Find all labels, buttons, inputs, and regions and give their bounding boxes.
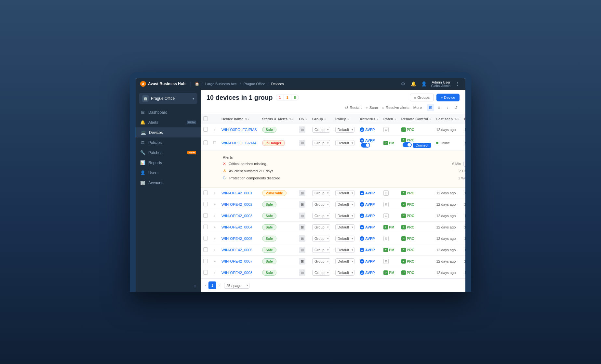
group-select[interactable]: Group [312,213,330,219]
breadcrumb-item-1[interactable]: 🏠 [195,82,199,86]
policy-header[interactable]: Policy ▾ [333,114,357,124]
expand-cell[interactable]: + [210,188,219,199]
policy-select[interactable]: Default [335,270,354,276]
row-checkbox[interactable] [203,236,208,240]
sidebar-item-label: Devices [149,130,196,135]
download-icon[interactable]: ↓ [444,104,451,111]
next-page-button[interactable]: › [218,283,220,288]
device-name-link[interactable]: WIN-O3POLFGIZMA [221,141,257,145]
policy-select[interactable]: Default [335,140,354,146]
sidebar-item-account[interactable]: 🏢 Account [136,178,201,188]
row-checkbox[interactable] [203,140,208,145]
settings-icon[interactable]: ⚙ [400,81,407,87]
expand-cell[interactable]: + [210,199,219,210]
sidebar-collapse-button[interactable]: « [136,280,201,292]
groups-button[interactable]: ≡ Groups [410,94,434,101]
page-number-1[interactable]: 1 [208,281,216,289]
expand-cell[interactable]: ☐ [210,136,219,150]
select-all-checkbox[interactable] [203,116,208,121]
scan-action[interactable]: + Scan [366,105,378,110]
group-select[interactable]: Group [312,190,330,196]
expand-cell[interactable]: + [210,210,219,222]
menu-icon[interactable]: ⋮ [454,81,461,87]
group-select[interactable]: Group [312,258,330,264]
device-name-link[interactable]: WIN-OPE42_0003 [221,214,252,218]
remote-control-header[interactable]: Remote Control ▾ [399,114,434,124]
last-seen-cell: 12 days ago [434,244,461,256]
expand-cell[interactable]: + [210,222,219,233]
device-name-link[interactable]: WIN-OPE42_0006 [221,248,252,252]
device-name-link[interactable]: WIN-OPE42_0005 [221,237,252,240]
alert-action-button[interactable]: View patches ▾ [463,161,465,167]
more-action[interactable]: More [413,106,422,110]
list-view-icon[interactable]: ≡ [435,104,443,111]
device-name-link[interactable]: WIN-OPE42_0004 [221,225,252,229]
expand-cell[interactable]: + [210,124,219,136]
expand-cell[interactable]: + [210,267,219,279]
sidebar-item-alerts[interactable]: 🔔 Alerts BETA [136,117,201,127]
last-seen-header[interactable]: Last seen ⇅▾ [434,114,461,124]
antivirus-header[interactable]: Antivirus ▾ [357,114,381,124]
group-header[interactable]: Group ▾ [310,114,333,124]
device-name-link[interactable]: WIN-OPE42_0008 [221,271,252,275]
device-name-cell: WIN-OPE42_0003 [219,210,260,222]
device-name-link[interactable]: WIN-OPE42_0007 [221,259,252,263]
os-header[interactable]: OS ▾ [296,114,310,124]
expand-cell[interactable]: + [210,256,219,267]
row-checkbox[interactable] [203,213,208,218]
sidebar-item-policies[interactable]: ⚖ Policies [136,137,201,148]
group-select[interactable]: Group [312,202,330,207]
sidebar-item-reports[interactable]: 📊 Reports [136,158,201,168]
policy-select[interactable]: Default [335,202,354,207]
breadcrumb-item-2[interactable]: Large Business Acc. [205,82,238,86]
device-name-link[interactable]: WIN-O3POLFGIPMS [221,128,257,132]
policy-select[interactable]: Default [335,224,354,230]
sidebar-item-patches[interactable]: 🔧 Patches NEW [136,148,201,158]
per-page-select[interactable]: 25 / page 50 / page 100 / page [224,283,249,289]
breadcrumb-item-3[interactable]: Prague Office [244,82,265,86]
expand-cell[interactable]: + [210,244,219,256]
device-name-header[interactable]: Device name ⇅▾ [219,114,260,124]
refresh-icon[interactable]: ↺ [452,104,460,111]
patch-header[interactable]: Patch ▾ [381,114,399,124]
sidebar-item-users[interactable]: 👤 Users [136,168,201,178]
row-checkbox[interactable] [203,270,208,275]
user-icon[interactable]: 👤 [421,81,427,87]
restart-action[interactable]: ↺ Restart [345,105,362,110]
device-name-link[interactable]: WIN-OPE42_0002 [221,202,252,206]
add-device-button[interactable]: + Device [436,94,460,101]
row-checkbox[interactable] [203,190,208,195]
notifications-icon[interactable]: 🔔 [410,81,417,87]
office-selector[interactable]: 🏢 Prague Office ▾ [139,93,197,104]
status-alerts-header[interactable]: Status & Alerts ⇅▾ [260,114,297,124]
grid-view-icon[interactable]: ⊞ [427,104,434,111]
row-checkbox[interactable] [203,247,208,252]
ip-cell: 192.168... [461,222,465,233]
policy-select[interactable]: Default [335,258,354,264]
group-select[interactable]: Group [312,236,330,241]
group-select[interactable]: Group [312,224,330,230]
sidebar-item-devices[interactable]: 💻 Devices [136,127,201,137]
antivirus-cell: A AVPP [357,233,381,244]
policy-select[interactable]: Default [335,236,354,241]
group-select[interactable]: Group [312,127,330,133]
row-checkbox[interactable] [203,202,208,206]
row-checkbox[interactable] [203,127,208,132]
policy-select[interactable]: Default [335,213,354,219]
row-checkbox[interactable] [203,259,208,263]
policy-select[interactable]: Default [335,127,354,133]
policy-cell: Default [333,256,357,267]
group-select[interactable]: Group [312,270,330,276]
resolve-alerts-action[interactable]: ○ Resolve alerts [382,105,409,110]
device-name-link[interactable]: WIN-OPE42_0001 [221,191,252,195]
policy-select[interactable]: Default [335,190,354,196]
sidebar-item-dashboard[interactable]: ⊞ Dashboard [136,107,201,117]
policy-select[interactable]: Default [335,247,354,253]
group-select[interactable]: Group [312,247,330,253]
group-cell: Group [310,124,333,136]
ip-header[interactable]: IP addre... ▾ [461,114,465,124]
row-checkbox[interactable] [203,225,208,229]
expand-cell[interactable]: + [210,233,219,244]
group-select[interactable]: Group [312,140,330,146]
prev-page-button[interactable]: ‹ [205,283,207,288]
